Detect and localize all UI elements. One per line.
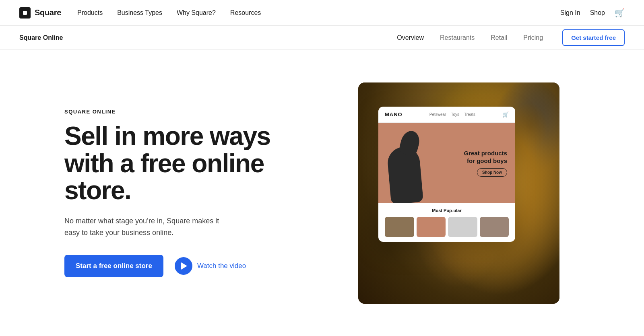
mockup-nav-toys: Toys xyxy=(451,112,459,117)
mockup-brand-logo: MANO xyxy=(385,111,402,117)
sub-nav-link-pricing[interactable]: Pricing xyxy=(523,34,543,41)
mockup-product-3 xyxy=(448,217,477,237)
mockup-dog-image xyxy=(385,127,433,203)
hero-image: MANO Petswear Toys Treats 🛒 Great produc… xyxy=(358,82,559,304)
hero-content-right: MANO Petswear Toys Treats 🛒 Great produc… xyxy=(306,82,612,304)
nav-item-business-types[interactable]: Business Types xyxy=(117,9,162,16)
sub-nav-right: Overview Restaurants Retail Pricing Get … xyxy=(397,29,625,46)
sub-navigation: Square Online Overview Restaurants Retai… xyxy=(0,26,644,50)
start-free-store-button[interactable]: Start a free online store xyxy=(64,255,163,277)
sub-nav-brand: Square Online xyxy=(19,34,63,41)
cart-icon[interactable]: 🛒 xyxy=(615,8,625,18)
nav-item-why-square[interactable]: Why Square? xyxy=(177,9,216,16)
top-nav-left: Square Products Business Types Why Squar… xyxy=(19,7,261,19)
hero-subtext: No matter what stage you’re in, Square m… xyxy=(64,215,233,239)
sub-nav-item-pricing[interactable]: Pricing xyxy=(523,34,543,41)
watch-video-label: Watch the video xyxy=(197,262,246,270)
get-started-button[interactable]: Get started free xyxy=(562,29,625,46)
logo-square-inner xyxy=(23,11,27,15)
mockup-product-1 xyxy=(385,217,414,237)
mockup-products-grid xyxy=(385,217,509,237)
hero-content-left: SQUARE ONLINE Sell in more ways with a f… xyxy=(64,109,274,277)
logo[interactable]: Square xyxy=(19,7,61,19)
mockup-products-label: Most Pup-ular xyxy=(385,208,509,213)
mockup-hero-heading: Great products for good boys xyxy=(464,149,507,165)
nav-link-why-square[interactable]: Why Square? xyxy=(177,9,216,16)
hero-eyebrow: SQUARE ONLINE xyxy=(64,109,274,115)
watch-video-wrap[interactable]: Watch the video xyxy=(175,257,246,275)
nav-item-products[interactable]: Products xyxy=(77,9,103,16)
mockup-hero-text: Great products for good boys Shop Now xyxy=(464,149,507,177)
mockup-product-2 xyxy=(417,217,446,237)
sub-nav-link-restaurants[interactable]: Restaurants xyxy=(440,34,475,41)
top-nav-links: Products Business Types Why Square? Reso… xyxy=(77,9,261,16)
mockup-shop-button: Shop Now xyxy=(477,168,507,177)
logo-text: Square xyxy=(35,8,61,17)
sub-nav-item-restaurants[interactable]: Restaurants xyxy=(440,34,475,41)
hero-headline: Sell in more ways with a free online sto… xyxy=(64,123,274,204)
nav-link-business-types[interactable]: Business Types xyxy=(117,9,162,16)
mockup-nav-treats: Treats xyxy=(464,112,475,117)
nav-item-resources[interactable]: Resources xyxy=(230,9,261,16)
mockup-cart-icon: 🛒 xyxy=(502,111,509,117)
mockup-product-4 xyxy=(480,217,509,237)
sub-nav-link-retail[interactable]: Retail xyxy=(491,34,507,41)
top-nav-right: Sign In Shop 🛒 xyxy=(560,8,625,18)
mockup-nav: Petswear Toys Treats xyxy=(429,112,475,117)
mockup-hero-section: Great products for good boys Shop Now xyxy=(378,123,515,203)
sub-nav-item-retail[interactable]: Retail xyxy=(491,34,507,41)
mockup-products-section: Most Pup-ular xyxy=(378,203,515,242)
nav-link-products[interactable]: Products xyxy=(77,9,103,16)
play-button[interactable] xyxy=(175,257,192,275)
top-navigation: Square Products Business Types Why Squar… xyxy=(0,0,644,26)
hero-ctas: Start a free online store Watch the vide… xyxy=(64,255,274,277)
mockup-nav-petswear: Petswear xyxy=(429,112,446,117)
sub-nav-item-overview[interactable]: Overview xyxy=(397,34,424,41)
mockup-header: MANO Petswear Toys Treats 🛒 xyxy=(378,107,515,123)
sub-nav-link-overview[interactable]: Overview xyxy=(397,34,424,41)
website-mockup: MANO Petswear Toys Treats 🛒 Great produc… xyxy=(378,107,515,242)
play-icon xyxy=(181,262,187,270)
shop-link[interactable]: Shop xyxy=(590,9,605,16)
hero-section: SQUARE ONLINE Sell in more ways with a f… xyxy=(0,50,644,336)
sign-in-link[interactable]: Sign In xyxy=(560,9,580,16)
logo-square-icon xyxy=(19,7,31,19)
nav-link-resources[interactable]: Resources xyxy=(230,9,261,16)
sub-nav-links: Overview Restaurants Retail Pricing xyxy=(397,34,543,41)
